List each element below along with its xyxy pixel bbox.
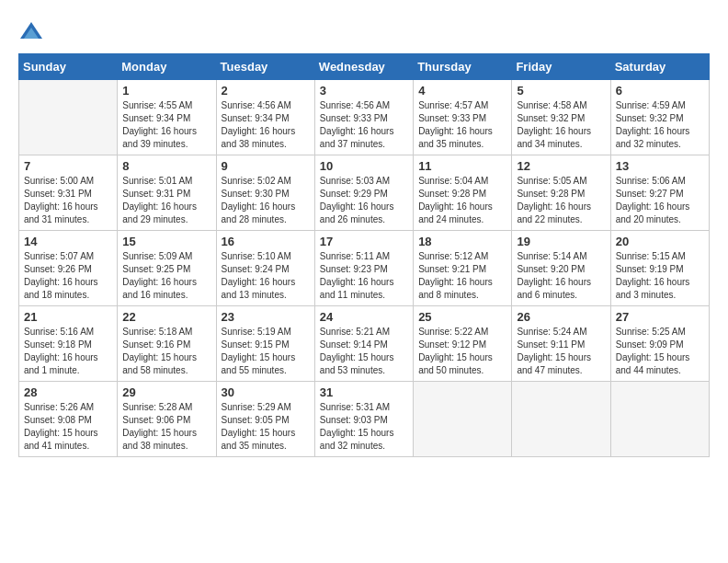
- day-number: 2: [222, 84, 310, 98]
- calendar-cell: 23 Sunrise: 5:19 AMSunset: 9:15 PMDaylig…: [216, 306, 314, 382]
- day-info: Sunrise: 5:18 AMSunset: 9:16 PMDaylight:…: [122, 326, 210, 377]
- day-number: 10: [320, 159, 408, 173]
- calendar-cell: 30 Sunrise: 5:29 AMSunset: 9:05 PMDaylig…: [216, 382, 314, 457]
- day-number: 28: [24, 385, 112, 399]
- day-info: Sunrise: 5:07 AMSunset: 9:26 PMDaylight:…: [24, 250, 112, 302]
- day-info: Sunrise: 5:15 AMSunset: 9:19 PMDaylight:…: [616, 250, 704, 302]
- weekday-header-monday: Monday: [118, 54, 216, 80]
- calendar-cell: 12 Sunrise: 5:05 AMSunset: 9:28 PMDaylig…: [512, 155, 610, 231]
- day-info: Sunrise: 5:28 AMSunset: 9:06 PMDaylight:…: [122, 401, 210, 453]
- day-info: Sunrise: 5:29 AMSunset: 9:05 PMDaylight:…: [222, 401, 310, 453]
- day-info: Sunrise: 5:14 AMSunset: 9:20 PMDaylight:…: [517, 250, 605, 302]
- weekday-header-friday: Friday: [512, 54, 610, 80]
- day-info: Sunrise: 5:24 AMSunset: 9:11 PMDaylight:…: [517, 326, 605, 377]
- day-number: 16: [222, 235, 310, 248]
- day-info: Sunrise: 4:56 AMSunset: 9:34 PMDaylight:…: [222, 99, 310, 151]
- day-info: Sunrise: 5:00 AMSunset: 9:31 PMDaylight:…: [24, 175, 112, 226]
- day-number: 13: [616, 159, 704, 173]
- day-info: Sunrise: 5:19 AMSunset: 9:15 PMDaylight:…: [222, 326, 310, 377]
- calendar-cell: 13 Sunrise: 5:06 AMSunset: 9:27 PMDaylig…: [610, 155, 709, 231]
- calendar-cell: [414, 382, 512, 457]
- calendar-cell: 29 Sunrise: 5:28 AMSunset: 9:06 PMDaylig…: [118, 382, 216, 457]
- calendar-cell: 28 Sunrise: 5:26 AMSunset: 9:08 PMDaylig…: [19, 382, 118, 457]
- calendar-cell: 24 Sunrise: 5:21 AMSunset: 9:14 PMDaylig…: [314, 306, 413, 382]
- calendar-cell: 5 Sunrise: 4:58 AMSunset: 9:32 PMDayligh…: [512, 80, 610, 155]
- day-number: 11: [418, 159, 506, 173]
- calendar-week-4: 21 Sunrise: 5:16 AMSunset: 9:18 PMDaylig…: [19, 306, 710, 382]
- calendar-cell: 25 Sunrise: 5:22 AMSunset: 9:12 PMDaylig…: [414, 306, 512, 382]
- calendar-cell: 7 Sunrise: 5:00 AMSunset: 9:31 PMDayligh…: [19, 155, 118, 231]
- day-number: 1: [122, 84, 210, 98]
- day-number: 6: [616, 84, 704, 98]
- calendar-cell: 21 Sunrise: 5:16 AMSunset: 9:18 PMDaylig…: [19, 306, 118, 382]
- calendar-cell: 14 Sunrise: 5:07 AMSunset: 9:26 PMDaylig…: [19, 231, 118, 306]
- day-info: Sunrise: 5:25 AMSunset: 9:09 PMDaylight:…: [616, 326, 704, 377]
- calendar-week-1: 1 Sunrise: 4:55 AMSunset: 9:34 PMDayligh…: [19, 80, 710, 155]
- calendar-cell: 17 Sunrise: 5:11 AMSunset: 9:23 PMDaylig…: [314, 231, 413, 306]
- day-number: 27: [616, 310, 704, 324]
- calendar-cell: 8 Sunrise: 5:01 AMSunset: 9:31 PMDayligh…: [118, 155, 216, 231]
- day-info: Sunrise: 5:01 AMSunset: 9:31 PMDaylight:…: [122, 175, 210, 226]
- calendar-body: 1 Sunrise: 4:55 AMSunset: 9:34 PMDayligh…: [19, 80, 710, 457]
- calendar-cell: [512, 382, 610, 457]
- day-number: 14: [24, 235, 112, 248]
- day-info: Sunrise: 5:10 AMSunset: 9:24 PMDaylight:…: [222, 250, 310, 302]
- calendar-cell: 19 Sunrise: 5:14 AMSunset: 9:20 PMDaylig…: [512, 231, 610, 306]
- calendar-cell: 1 Sunrise: 4:55 AMSunset: 9:34 PMDayligh…: [118, 80, 216, 155]
- day-number: 12: [517, 159, 605, 173]
- day-number: 24: [320, 310, 408, 324]
- day-number: 15: [122, 235, 210, 248]
- day-info: Sunrise: 5:21 AMSunset: 9:14 PMDaylight:…: [320, 326, 408, 377]
- day-info: Sunrise: 5:05 AMSunset: 9:28 PMDaylight:…: [517, 175, 605, 226]
- day-info: Sunrise: 5:06 AMSunset: 9:27 PMDaylight:…: [616, 175, 704, 226]
- day-number: 20: [616, 235, 704, 248]
- day-number: 21: [24, 310, 112, 324]
- day-info: Sunrise: 4:55 AMSunset: 9:34 PMDaylight:…: [122, 99, 210, 151]
- calendar-cell: 11 Sunrise: 5:04 AMSunset: 9:28 PMDaylig…: [414, 155, 512, 231]
- day-number: 29: [122, 385, 210, 399]
- calendar-cell: [19, 80, 118, 155]
- day-info: Sunrise: 5:02 AMSunset: 9:30 PMDaylight:…: [222, 175, 310, 226]
- day-number: 25: [418, 310, 506, 324]
- day-info: Sunrise: 4:56 AMSunset: 9:33 PMDaylight:…: [320, 99, 408, 151]
- day-number: 17: [320, 235, 408, 248]
- day-number: 26: [517, 310, 605, 324]
- calendar-cell: 10 Sunrise: 5:03 AMSunset: 9:29 PMDaylig…: [314, 155, 413, 231]
- calendar-cell: 20 Sunrise: 5:15 AMSunset: 9:19 PMDaylig…: [610, 231, 709, 306]
- calendar-cell: 6 Sunrise: 4:59 AMSunset: 9:32 PMDayligh…: [610, 80, 709, 155]
- day-info: Sunrise: 5:16 AMSunset: 9:18 PMDaylight:…: [24, 326, 112, 377]
- day-info: Sunrise: 5:12 AMSunset: 9:21 PMDaylight:…: [418, 250, 506, 302]
- weekday-header-wednesday: Wednesday: [314, 54, 413, 80]
- day-number: 7: [24, 159, 112, 173]
- calendar-cell: 2 Sunrise: 4:56 AMSunset: 9:34 PMDayligh…: [216, 80, 314, 155]
- day-number: 3: [320, 84, 408, 98]
- day-info: Sunrise: 5:26 AMSunset: 9:08 PMDaylight:…: [24, 401, 112, 453]
- calendar-cell: 27 Sunrise: 5:25 AMSunset: 9:09 PMDaylig…: [610, 306, 709, 382]
- day-number: 19: [517, 235, 605, 248]
- day-number: 9: [222, 159, 310, 173]
- calendar-cell: 18 Sunrise: 5:12 AMSunset: 9:21 PMDaylig…: [414, 231, 512, 306]
- day-info: Sunrise: 5:31 AMSunset: 9:03 PMDaylight:…: [320, 401, 408, 453]
- calendar-cell: 22 Sunrise: 5:18 AMSunset: 9:16 PMDaylig…: [118, 306, 216, 382]
- logo: [18, 18, 48, 44]
- day-info: Sunrise: 5:11 AMSunset: 9:23 PMDaylight:…: [320, 250, 408, 302]
- day-number: 8: [122, 159, 210, 173]
- weekday-row: SundayMondayTuesdayWednesdayThursdayFrid…: [19, 54, 710, 80]
- day-info: Sunrise: 4:58 AMSunset: 9:32 PMDaylight:…: [517, 99, 605, 151]
- calendar-cell: 3 Sunrise: 4:56 AMSunset: 9:33 PMDayligh…: [314, 80, 413, 155]
- calendar-table: SundayMondayTuesdayWednesdayThursdayFrid…: [18, 53, 710, 457]
- calendar-week-2: 7 Sunrise: 5:00 AMSunset: 9:31 PMDayligh…: [19, 155, 710, 231]
- day-info: Sunrise: 4:59 AMSunset: 9:32 PMDaylight:…: [616, 99, 704, 151]
- calendar-cell: 4 Sunrise: 4:57 AMSunset: 9:33 PMDayligh…: [414, 80, 512, 155]
- day-number: 4: [418, 84, 506, 98]
- day-number: 22: [122, 310, 210, 324]
- day-number: 31: [320, 385, 408, 399]
- weekday-header-sunday: Sunday: [19, 54, 118, 80]
- calendar-cell: 9 Sunrise: 5:02 AMSunset: 9:30 PMDayligh…: [216, 155, 314, 231]
- day-number: 30: [222, 385, 310, 399]
- day-info: Sunrise: 5:03 AMSunset: 9:29 PMDaylight:…: [320, 175, 408, 226]
- calendar-cell: 26 Sunrise: 5:24 AMSunset: 9:11 PMDaylig…: [512, 306, 610, 382]
- calendar-cell: [610, 382, 709, 457]
- day-info: Sunrise: 4:57 AMSunset: 9:33 PMDaylight:…: [418, 99, 506, 151]
- calendar-cell: 31 Sunrise: 5:31 AMSunset: 9:03 PMDaylig…: [314, 382, 413, 457]
